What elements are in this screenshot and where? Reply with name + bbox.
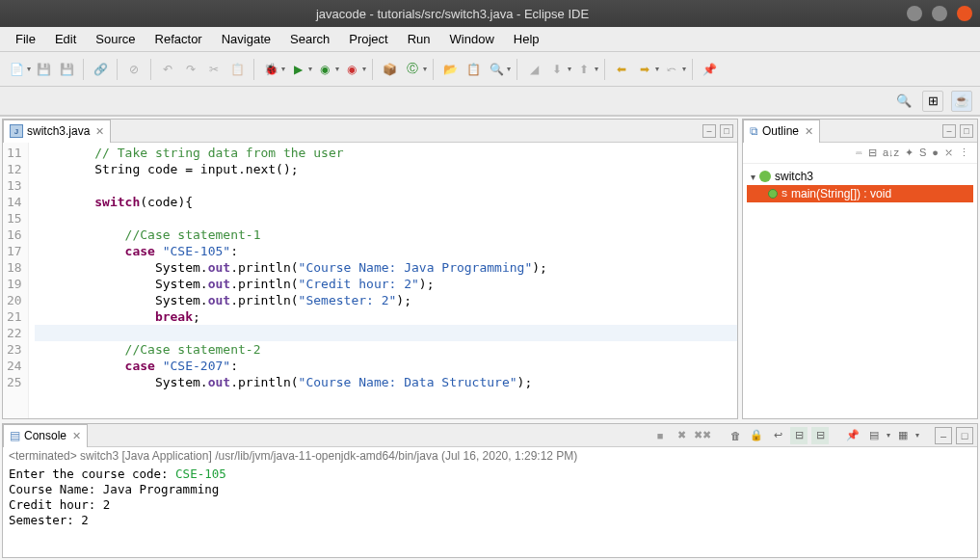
outline-sort-icon[interactable]: a↓z: [883, 147, 899, 159]
console-open-console-button[interactable]: ▦: [894, 427, 912, 444]
run-last-dropdown[interactable]: ▾: [362, 65, 366, 73]
console-status-prefix: <terminated>: [9, 449, 77, 463]
code-content[interactable]: // Take string data from the user String…: [29, 143, 737, 418]
console-tab[interactable]: ▤ Console ✕: [3, 424, 88, 447]
run-dropdown[interactable]: ▾: [308, 65, 312, 73]
window-titlebar: javacode - tutorials/src/switch3.java - …: [0, 0, 980, 27]
console-maximize-icon[interactable]: □: [956, 427, 973, 444]
undo-button[interactable]: ↶: [157, 59, 178, 80]
console-remove-all-button[interactable]: ✖✖: [694, 427, 711, 444]
debug-button[interactable]: 🐞: [260, 59, 281, 80]
console-status-line: <terminated> switch3 [Java Application] …: [3, 447, 977, 465]
outline-hide-static-icon[interactable]: S: [919, 147, 926, 159]
class-icon: [759, 171, 771, 182]
editor-tab-close-icon[interactable]: ✕: [95, 125, 104, 138]
menu-navigate[interactable]: Navigate: [212, 29, 280, 49]
new-dropdown[interactable]: ▾: [27, 65, 31, 73]
open-perspective-button[interactable]: ⊞: [922, 91, 943, 112]
new-java-class-button[interactable]: Ⓒ: [402, 59, 423, 80]
outline-tab-close-icon[interactable]: ✕: [805, 125, 813, 138]
menu-help[interactable]: Help: [504, 29, 549, 49]
outline-hide-fields-icon[interactable]: ✦: [905, 147, 914, 159]
search-button[interactable]: 🔍: [486, 59, 507, 80]
coverage-dropdown[interactable]: ▾: [335, 65, 339, 73]
outline-hide-nonpublic-icon[interactable]: ●: [932, 147, 939, 159]
menu-edit[interactable]: Edit: [45, 29, 86, 49]
debug-dropdown[interactable]: ▾: [281, 65, 285, 73]
paste-button[interactable]: 📋: [226, 59, 248, 80]
toggle-breadcrumb-button[interactable]: 🔗: [90, 59, 111, 80]
outline-tab[interactable]: ⧉ Outline ✕: [743, 120, 820, 143]
outline-focus-icon[interactable]: ⎓: [856, 147, 862, 159]
console-show-stderr-button[interactable]: ⊟: [811, 427, 829, 444]
last-edit-button[interactable]: ⤺: [661, 59, 682, 80]
console-view: ▤ Console ✕ ■ ✖ ✖✖ 🗑 🔒 ↩ ⊟ ⊟ 📌 ▤▾ ▦▾: [2, 423, 978, 558]
editor-minimize-icon[interactable]: –: [702, 124, 716, 138]
console-display-selected-button[interactable]: ▤: [865, 427, 883, 444]
back-button[interactable]: ⬅: [611, 59, 632, 80]
open-type-button[interactable]: 📂: [439, 59, 461, 80]
editor-tab-switch3[interactable]: J switch3.java ✕: [3, 120, 111, 143]
console-output[interactable]: Enter the course code: CSE-105Course Nam…: [3, 465, 977, 557]
outline-class-label: switch3: [775, 170, 813, 183]
main-toolbar: 📄▾ 💾 💾 🔗 ⊘ ↶ ↷ ✂ 📋 🐞▾ ▶▾ ◉▾ ◉▾ 📦 Ⓒ▾ 📂 📋 …: [0, 52, 980, 87]
outline-icon: ⧉: [750, 124, 758, 138]
skip-breakpoints-button[interactable]: ⊘: [123, 59, 145, 80]
menu-run[interactable]: Run: [398, 29, 440, 49]
editor-maximize-icon[interactable]: □: [720, 124, 733, 138]
save-all-button[interactable]: 💾: [56, 59, 77, 80]
menu-file[interactable]: File: [6, 29, 45, 49]
run-last-button[interactable]: ◉: [341, 59, 362, 80]
window-maximize-button[interactable]: [932, 6, 947, 21]
java-file-icon: J: [10, 124, 23, 138]
outline-view-menu-icon[interactable]: ⋮: [959, 147, 969, 159]
search-dropdown[interactable]: ▾: [507, 65, 511, 73]
console-word-wrap-button[interactable]: ↩: [769, 427, 786, 444]
outline-toolbar: ⎓ ⊟ a↓z ✦ S ● ⤫ ⋮: [743, 143, 977, 164]
new-java-package-button[interactable]: 📦: [379, 59, 400, 80]
new-class-dropdown[interactable]: ▾: [423, 65, 427, 73]
toggle-mark-button[interactable]: ◢: [523, 59, 544, 80]
menu-refactor[interactable]: Refactor: [146, 29, 212, 49]
menu-search[interactable]: Search: [280, 29, 339, 49]
quick-access-search-icon[interactable]: 🔍: [893, 91, 914, 112]
window-close-button[interactable]: [957, 6, 972, 21]
pin-editor-button[interactable]: 📌: [699, 59, 720, 80]
method-icon: [768, 189, 778, 199]
console-header: ▤ Console ✕ ■ ✖ ✖✖ 🗑 🔒 ↩ ⊟ ⊟ 📌 ▤▾ ▦▾: [3, 424, 977, 447]
outline-minimize-icon[interactable]: –: [942, 124, 956, 138]
new-button[interactable]: 📄: [6, 59, 27, 80]
window-minimize-button[interactable]: [907, 6, 922, 21]
menu-window[interactable]: Window: [440, 29, 504, 49]
console-icon: ▤: [10, 429, 20, 442]
redo-button[interactable]: ↷: [180, 59, 201, 80]
outline-hide-local-icon[interactable]: ⤫: [944, 147, 953, 159]
next-annotation-button[interactable]: ⬇: [546, 59, 568, 80]
console-show-stdout-button[interactable]: ⊟: [790, 427, 808, 444]
console-minimize-icon[interactable]: –: [935, 427, 952, 444]
run-button[interactable]: ▶: [287, 59, 308, 80]
outline-maximize-icon[interactable]: □: [960, 124, 973, 138]
console-remove-terminated-button[interactable]: ✖: [673, 427, 690, 444]
menu-project[interactable]: Project: [339, 29, 397, 49]
outline-collapse-icon[interactable]: ⊟: [868, 147, 877, 159]
console-scroll-lock-button[interactable]: 🔒: [748, 427, 765, 444]
coverage-button[interactable]: ◉: [314, 59, 335, 80]
outline-tree[interactable]: ▾ switch3 S main(String[]) : void: [743, 164, 977, 418]
console-status-text: switch3 [Java Application] /usr/lib/jvm/…: [80, 449, 577, 463]
cut-button[interactable]: ✂: [203, 59, 225, 80]
open-task-button[interactable]: 📋: [463, 59, 484, 80]
forward-button[interactable]: ➡: [634, 59, 655, 80]
console-tab-close-icon[interactable]: ✕: [72, 430, 81, 442]
menu-source[interactable]: Source: [86, 29, 145, 49]
save-button[interactable]: 💾: [33, 59, 54, 80]
console-terminate-button[interactable]: ■: [651, 427, 669, 444]
prev-annotation-button[interactable]: ⬆: [573, 59, 595, 80]
console-pin-button[interactable]: 📌: [844, 427, 861, 444]
console-clear-button[interactable]: 🗑: [727, 427, 744, 444]
outline-class-row[interactable]: ▾ switch3: [747, 168, 973, 185]
tree-expand-icon[interactable]: ▾: [751, 172, 755, 182]
code-editor[interactable]: 111213141516171819202122232425 // Take s…: [3, 143, 737, 418]
java-perspective-button[interactable]: ☕: [951, 91, 972, 112]
outline-method-row[interactable]: S main(String[]) : void: [747, 185, 973, 202]
